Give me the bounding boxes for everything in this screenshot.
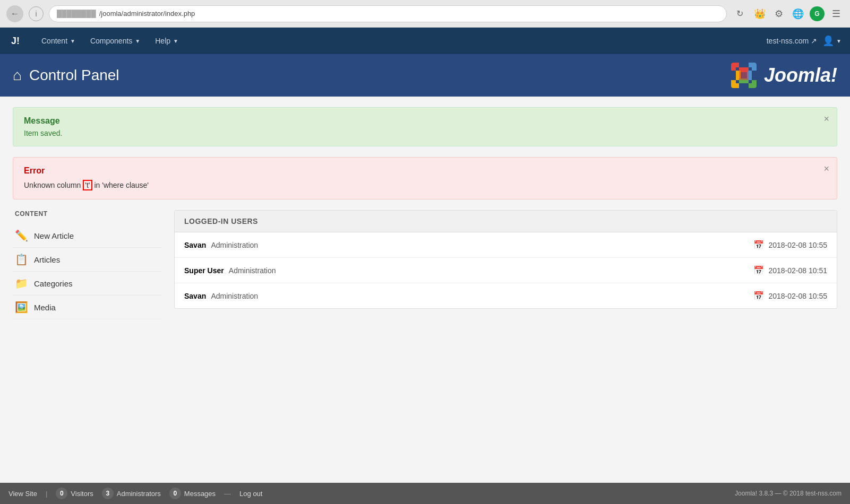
media-icon: 🖼️ <box>15 301 28 314</box>
error-box: Error Unknown column 't' in 'where claus… <box>13 157 837 199</box>
settings-icon[interactable]: ⚙ <box>771 6 786 21</box>
joomla-brand-text: Joomla! <box>764 64 837 86</box>
error-close-button[interactable]: × <box>823 164 829 173</box>
error-highlight: 't' <box>83 180 92 190</box>
sidebar: CONTENT ✏️ New Article 📋 Articles 📁 Cate… <box>13 210 161 319</box>
svg-rect-6 <box>739 71 749 80</box>
url-bar: ████████ /joomla/administrator/index.php <box>49 5 727 22</box>
main-content: Message Item saved. × Error Unknown colu… <box>0 97 850 330</box>
nav-menu: Content ▼ Components ▼ Help ▼ <box>34 28 767 54</box>
user-name: Super User <box>184 266 224 275</box>
menu-icon[interactable]: ☰ <box>829 6 844 21</box>
table-row: Savan Administration 📅 2018-02-08 10:55 <box>175 283 837 308</box>
cp-title-area: ⌂ Control Panel <box>13 67 119 84</box>
categories-icon: 📁 <box>15 277 28 290</box>
sidebar-item-categories[interactable]: 📁 Categories <box>13 272 161 296</box>
cp-header: ⌂ Control Panel Joomla! <box>0 54 850 97</box>
external-link-icon: ↗ <box>811 37 817 45</box>
calendar-icon: 📅 <box>753 240 764 250</box>
logged-in-panel: LOGGED-IN USERS Savan Administration 📅 2… <box>174 210 837 309</box>
user-info: Savan Administration <box>184 292 258 300</box>
message-close-button[interactable]: × <box>823 114 829 124</box>
browser-tools: 👑 ⚙ 🌐 G ☰ <box>752 6 844 21</box>
articles-icon: 📋 <box>15 253 28 266</box>
user-time-area: 📅 2018-02-08 10:55 <box>753 291 827 301</box>
edit-icon: ✏️ <box>15 229 28 242</box>
user-time: 2018-02-08 10:51 <box>768 266 827 275</box>
error-text-before: Unknown column <box>24 181 83 189</box>
message-text: Item saved. <box>24 129 826 137</box>
sidebar-item-media[interactable]: 🖼️ Media <box>13 296 161 319</box>
user-menu-button[interactable]: 👤 ▼ <box>822 35 842 47</box>
help-dropdown-arrow: ▼ <box>173 38 178 44</box>
site-link[interactable]: test-nss.com ↗ <box>767 37 817 45</box>
user-info: Savan Administration <box>184 241 258 249</box>
browser-chrome: ← i ████████ /joomla/administrator/index… <box>0 0 850 28</box>
user-time: 2018-02-08 10:55 <box>768 292 827 300</box>
url-text: /joomla/administrator/index.php <box>99 10 719 18</box>
calendar-icon: 📅 <box>753 265 764 275</box>
back-button[interactable]: ← <box>6 5 23 22</box>
sidebar-item-label: New Article <box>34 231 74 240</box>
user-role: Administration <box>211 241 258 249</box>
user-name: Savan <box>184 241 206 249</box>
sidebar-item-label: Media <box>34 303 56 312</box>
page-title: Control Panel <box>29 67 119 84</box>
calendar-icon: 📅 <box>753 291 764 301</box>
reload-button[interactable]: ↻ <box>732 6 747 21</box>
table-row: Super User Administration 📅 2018-02-08 1… <box>175 258 837 283</box>
user-role: Administration <box>211 292 258 300</box>
message-box: Message Item saved. × <box>13 107 837 146</box>
sidebar-item-new-article[interactable]: ✏️ New Article <box>13 224 161 248</box>
nav-right: test-nss.com ↗ 👤 ▼ <box>767 35 842 47</box>
content-dropdown-arrow: ▼ <box>70 38 75 44</box>
sidebar-section-title: CONTENT <box>13 210 161 218</box>
sidebar-item-articles[interactable]: 📋 Articles <box>13 248 161 272</box>
user-role: Administration <box>229 266 276 275</box>
panel-header: LOGGED-IN USERS <box>175 211 837 232</box>
content-section: CONTENT ✏️ New Article 📋 Articles 📁 Cate… <box>13 210 837 319</box>
joomla-nav-logo: J! <box>8 32 25 49</box>
sidebar-item-label: Categories <box>34 279 73 288</box>
info-button[interactable]: i <box>29 6 44 21</box>
error-title: Error <box>24 166 826 176</box>
user-icon: 👤 <box>822 35 834 47</box>
user-time-area: 📅 2018-02-08 10:51 <box>753 265 827 275</box>
nav-content[interactable]: Content ▼ <box>34 28 83 54</box>
nav-help[interactable]: Help ▼ <box>148 28 186 54</box>
svg-text:J!: J! <box>11 36 20 46</box>
network-icon[interactable]: 🌐 <box>791 6 805 21</box>
table-row: Savan Administration 📅 2018-02-08 10:55 <box>175 232 837 258</box>
joomla-brand-logo <box>728 59 760 91</box>
panel-title: LOGGED-IN USERS <box>184 217 827 225</box>
home-icon: ⌂ <box>13 67 22 84</box>
error-text: Unknown column 't' in 'where clause' <box>24 180 826 190</box>
user-time: 2018-02-08 10:55 <box>768 241 827 249</box>
grammarly-button[interactable]: G <box>810 6 825 21</box>
extensions-icon[interactable]: 👑 <box>752 6 767 21</box>
user-dropdown-arrow: ▼ <box>836 38 842 44</box>
error-text-after: in 'where clause' <box>92 181 149 189</box>
sidebar-item-label: Articles <box>34 255 60 264</box>
admin-navbar: J! Content ▼ Components ▼ Help ▼ test-ns… <box>0 28 850 54</box>
user-name: Savan <box>184 292 206 300</box>
components-dropdown-arrow: ▼ <box>135 38 140 44</box>
nav-components[interactable]: Components ▼ <box>83 28 148 54</box>
url-blurred: ████████ <box>57 10 96 18</box>
joomla-brand: Joomla! <box>728 59 837 91</box>
message-title: Message <box>24 116 826 126</box>
user-info: Super User Administration <box>184 266 276 275</box>
user-time-area: 📅 2018-02-08 10:55 <box>753 240 827 250</box>
